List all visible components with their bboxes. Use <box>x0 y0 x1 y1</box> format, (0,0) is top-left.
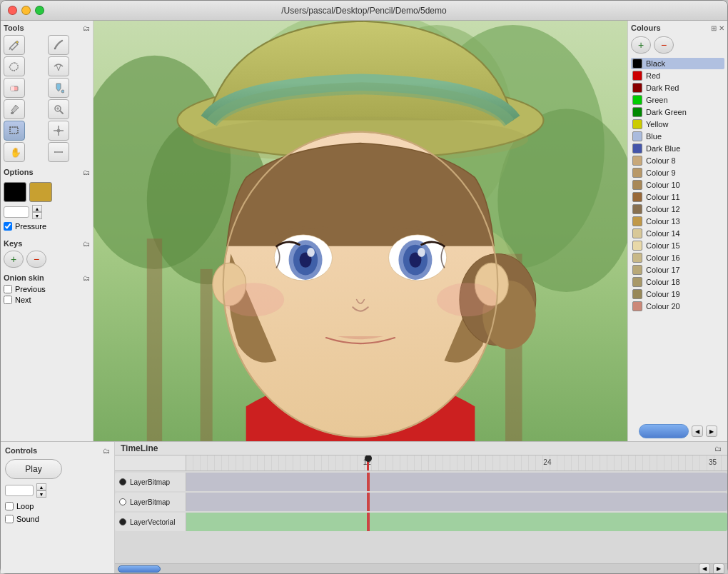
track-2-name: LayerBitmap <box>130 498 170 506</box>
options-header: Options 🗂 <box>4 168 90 176</box>
onion-skin-area: Previous Next <box>4 285 90 304</box>
tool-rect-select[interactable] <box>4 121 25 141</box>
tool-eyedropper[interactable] <box>4 99 25 119</box>
colour-item-19[interactable]: Colour 19 <box>631 288 724 300</box>
colour-dot-19 <box>632 289 642 299</box>
colour-item-4[interactable]: Dark Green <box>631 106 724 118</box>
play-button[interactable]: Play <box>5 459 62 479</box>
colour-item-9[interactable]: Colour 9 <box>631 167 724 178</box>
background-color-swatch[interactable] <box>29 182 52 202</box>
options-pin-icon[interactable]: 🗂 <box>83 168 90 176</box>
colour-dot-12 <box>632 204 642 214</box>
tool-shape[interactable] <box>48 56 69 76</box>
timeline-scroll-left[interactable]: ◀ <box>699 563 710 574</box>
track-2-content[interactable] <box>186 493 727 511</box>
track-2-label[interactable]: LayerBitmap <box>115 493 186 511</box>
colour-item-10[interactable]: Colour 10 <box>631 179 724 191</box>
colour-add-button[interactable]: + <box>631 36 651 54</box>
colour-item-20[interactable]: Colour 20 <box>631 301 724 312</box>
onion-skin-pin-icon[interactable]: 🗂 <box>83 274 90 282</box>
svg-point-49 <box>223 283 284 316</box>
tool-zoom[interactable] <box>48 99 69 119</box>
keys-add-button[interactable]: + <box>4 251 24 268</box>
colour-item-18[interactable]: Colour 18 <box>631 276 724 288</box>
tool-brush[interactable] <box>48 35 69 55</box>
colour-item-13[interactable]: Colour 13 <box>631 216 724 227</box>
colour-item-15[interactable]: Colour 15 <box>631 240 724 251</box>
frame-up[interactable]: ▲ <box>36 483 46 490</box>
colour-nav-right[interactable]: ▶ <box>706 426 717 437</box>
colour-item-16[interactable]: Colour 16 <box>631 252 724 263</box>
keys-buttons: + − <box>4 251 90 268</box>
tool-move[interactable] <box>48 142 69 162</box>
next-checkbox[interactable] <box>4 296 12 304</box>
colour-remove-button[interactable]: − <box>654 36 674 54</box>
tool-pencil[interactable] <box>4 35 25 55</box>
previous-checkbox[interactable] <box>4 285 12 293</box>
sound-label: Sound <box>16 515 39 523</box>
colour-item-17[interactable]: Colour 17 <box>631 264 724 276</box>
colour-dot-4 <box>632 107 642 117</box>
colour-name-9: Colour 9 <box>646 168 676 177</box>
colour-item-11[interactable]: Colour 11 <box>631 191 724 203</box>
timeline-pin-icon[interactable]: 🗂 <box>714 445 722 453</box>
pressure-checkbox[interactable] <box>4 222 12 231</box>
track-3-label[interactable]: LayerVectorial <box>115 513 186 531</box>
tools-label: Tools <box>4 24 24 32</box>
track-3-content[interactable] <box>186 513 727 531</box>
tool-lasso[interactable] <box>4 56 25 76</box>
loop-checkbox[interactable] <box>5 502 14 510</box>
window-buttons <box>8 6 44 15</box>
colour-item-5[interactable]: Yellow <box>631 119 724 130</box>
colour-nav-left[interactable]: ◀ <box>692 426 703 437</box>
track-1-label[interactable]: LayerBitmap <box>115 473 186 491</box>
colour-name-14: Colour 14 <box>646 229 680 238</box>
colour-item-3[interactable]: Green <box>631 94 724 106</box>
frame-input[interactable]: 12 <box>5 485 34 496</box>
tool-pan[interactable]: ✋ <box>4 142 25 162</box>
colour-item-14[interactable]: Colour 14 <box>631 228 724 239</box>
colour-name-18: Colour 18 <box>646 278 680 286</box>
colour-nav-scroll[interactable] <box>639 424 689 438</box>
foreground-color-swatch[interactable] <box>4 182 26 202</box>
colour-item-1[interactable]: Red <box>631 70 724 81</box>
colour-item-12[interactable]: Colour 12 <box>631 203 724 215</box>
keys-pin-icon[interactable]: 🗂 <box>83 240 90 248</box>
track-3-keyframe <box>367 513 370 531</box>
controls-pin-icon[interactable]: 🗂 <box>103 447 110 455</box>
content-area: Tools 🗂 <box>1 21 727 441</box>
colour-name-17: Colour 17 <box>646 266 680 274</box>
keys-remove-button[interactable]: − <box>26 251 46 268</box>
colours-close-icon[interactable]: ✕ <box>719 24 724 32</box>
minimize-button[interactable] <box>21 6 31 15</box>
maximize-button[interactable] <box>35 6 44 15</box>
svg-rect-3 <box>11 86 14 91</box>
timeline-scroll-right[interactable]: ▶ <box>713 563 724 574</box>
tool-eraser[interactable] <box>4 78 25 98</box>
colours-detach-icon[interactable]: ⊞ <box>711 24 717 32</box>
colour-item-0[interactable]: Black <box>631 58 724 69</box>
colour-item-6[interactable]: Blue <box>631 131 724 142</box>
colours-header: Colours ⊞ ✕ <box>631 24 724 32</box>
colour-item-8[interactable]: Colour 8 <box>631 155 724 166</box>
tracks-container: LayerBitmap LayerBitmap <box>115 471 727 563</box>
frame-down[interactable]: ▼ <box>36 490 46 498</box>
timeline-scroll-thumb[interactable] <box>118 565 161 573</box>
colour-item-7[interactable]: Dark Blue <box>631 143 724 154</box>
timeline-scrollbar: ◀ ▶ <box>115 563 727 573</box>
colour-name-0: Black <box>646 59 665 68</box>
close-button[interactable] <box>8 6 17 15</box>
tool-paint-bucket[interactable] <box>48 78 69 98</box>
sound-checkbox[interactable] <box>5 515 14 523</box>
onion-skin-label: Onion skin <box>4 273 44 282</box>
brush-size-down[interactable]: ▼ <box>32 212 42 219</box>
brush-size-up[interactable]: ▲ <box>32 205 42 212</box>
tools-pin-icon[interactable]: 🗂 <box>83 24 90 32</box>
colour-item-2[interactable]: Dark Red <box>631 82 724 94</box>
brush-size-input[interactable]: 2.0 <box>4 206 29 218</box>
tool-crosshair[interactable] <box>48 121 69 141</box>
track-3-name: LayerVectorial <box>130 518 175 526</box>
keys-section: Keys 🗂 + − <box>4 239 90 268</box>
canvas-area[interactable] <box>93 21 627 441</box>
track-1-content[interactable] <box>186 473 727 491</box>
